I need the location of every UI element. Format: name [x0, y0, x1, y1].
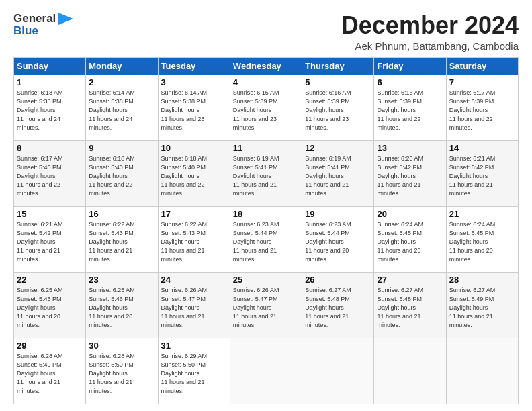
- calendar-week-5: 29Sunrise: 6:28 AMSunset: 5:49 PMDayligh…: [14, 338, 519, 404]
- day-info: Sunrise: 6:13 AMSunset: 5:38 PMDaylight …: [17, 89, 83, 132]
- day-number: 4: [233, 77, 299, 87]
- calendar-table: SundayMondayTuesdayWednesdayThursdayFrid…: [13, 57, 519, 404]
- day-info: Sunrise: 6:24 AMSunset: 5:45 PMDaylight …: [449, 220, 515, 264]
- calendar-cell: 13Sunrise: 6:20 AMSunset: 5:42 PMDayligh…: [374, 140, 446, 206]
- calendar-cell: 22Sunrise: 6:25 AMSunset: 5:46 PMDayligh…: [14, 272, 86, 338]
- day-number: 22: [17, 275, 83, 285]
- calendar-cell: 30Sunrise: 6:28 AMSunset: 5:50 PMDayligh…: [86, 338, 158, 404]
- calendar-header-row: SundayMondayTuesdayWednesdayThursdayFrid…: [14, 57, 519, 75]
- calendar-cell: 26Sunrise: 6:27 AMSunset: 5:48 PMDayligh…: [302, 272, 374, 338]
- calendar-cell: 16Sunrise: 6:22 AMSunset: 5:43 PMDayligh…: [86, 206, 158, 272]
- day-number: 13: [377, 143, 443, 153]
- calendar-cell: 3Sunrise: 6:14 AMSunset: 5:38 PMDaylight…: [158, 75, 230, 140]
- day-info: Sunrise: 6:14 AMSunset: 5:38 PMDaylight …: [161, 89, 227, 132]
- calendar-cell: 14Sunrise: 6:21 AMSunset: 5:42 PMDayligh…: [446, 140, 518, 206]
- day-number: 29: [17, 340, 83, 351]
- calendar-body: 1Sunrise: 6:13 AMSunset: 5:38 PMDaylight…: [14, 75, 519, 404]
- calendar-cell: 10Sunrise: 6:18 AMSunset: 5:40 PMDayligh…: [158, 140, 230, 206]
- calendar-cell: 17Sunrise: 6:22 AMSunset: 5:43 PMDayligh…: [158, 206, 230, 272]
- day-number: 5: [305, 77, 371, 87]
- calendar-page: General Blue December 2024 Aek Phnum, Ba…: [0, 0, 532, 411]
- day-number: 17: [161, 209, 227, 219]
- day-info: Sunrise: 6:20 AMSunset: 5:42 PMDaylight …: [377, 154, 443, 198]
- day-info: Sunrise: 6:29 AMSunset: 5:50 PMDaylight …: [161, 352, 227, 396]
- title-area: December 2024 Aek Phnum, Battambang, Cam…: [341, 12, 519, 52]
- day-info: Sunrise: 6:19 AMSunset: 5:41 PMDaylight …: [305, 154, 371, 198]
- day-number: 30: [89, 340, 154, 351]
- day-number: 2: [89, 77, 154, 87]
- day-info: Sunrise: 6:25 AMSunset: 5:46 PMDaylight …: [17, 286, 83, 330]
- day-number: 6: [377, 77, 443, 87]
- calendar-cell: 23Sunrise: 6:25 AMSunset: 5:46 PMDayligh…: [86, 272, 158, 338]
- calendar-cell: 27Sunrise: 6:27 AMSunset: 5:48 PMDayligh…: [374, 272, 446, 338]
- header-day-thursday: Thursday: [302, 57, 374, 75]
- calendar-cell: 31Sunrise: 6:29 AMSunset: 5:50 PMDayligh…: [158, 338, 230, 404]
- day-number: 14: [449, 143, 515, 153]
- day-info: Sunrise: 6:26 AMSunset: 5:47 PMDaylight …: [233, 286, 299, 330]
- day-number: 28: [449, 275, 515, 285]
- day-info: Sunrise: 6:17 AMSunset: 5:39 PMDaylight …: [449, 89, 515, 132]
- month-title: December 2024: [341, 12, 519, 39]
- day-info: Sunrise: 6:22 AMSunset: 5:43 PMDaylight …: [161, 220, 227, 264]
- day-number: 21: [449, 209, 515, 219]
- day-number: 10: [161, 143, 227, 153]
- header: General Blue December 2024 Aek Phnum, Ba…: [13, 12, 519, 52]
- calendar-cell: 24Sunrise: 6:26 AMSunset: 5:47 PMDayligh…: [158, 272, 230, 338]
- logo-general: General: [13, 12, 56, 26]
- day-info: Sunrise: 6:24 AMSunset: 5:45 PMDaylight …: [377, 220, 443, 264]
- day-number: 25: [233, 275, 299, 285]
- calendar-cell: [374, 338, 446, 404]
- day-number: 27: [377, 275, 443, 285]
- day-info: Sunrise: 6:18 AMSunset: 5:40 PMDaylight …: [161, 154, 227, 198]
- calendar-cell: 29Sunrise: 6:28 AMSunset: 5:49 PMDayligh…: [14, 338, 86, 404]
- day-number: 3: [161, 77, 227, 87]
- calendar-cell: [446, 338, 518, 404]
- day-number: 19: [305, 209, 371, 219]
- calendar-week-1: 1Sunrise: 6:13 AMSunset: 5:38 PMDaylight…: [14, 75, 519, 140]
- day-number: 8: [17, 143, 83, 153]
- day-info: Sunrise: 6:16 AMSunset: 5:39 PMDaylight …: [377, 89, 443, 132]
- day-number: 20: [377, 209, 443, 219]
- header-day-saturday: Saturday: [446, 57, 518, 75]
- day-info: Sunrise: 6:28 AMSunset: 5:49 PMDaylight …: [17, 352, 83, 396]
- calendar-cell: 7Sunrise: 6:17 AMSunset: 5:39 PMDaylight…: [446, 75, 518, 140]
- day-info: Sunrise: 6:27 AMSunset: 5:48 PMDaylight …: [377, 286, 443, 330]
- calendar-cell: [230, 338, 302, 404]
- calendar-cell: 25Sunrise: 6:26 AMSunset: 5:47 PMDayligh…: [230, 272, 302, 338]
- calendar-cell: 2Sunrise: 6:14 AMSunset: 5:38 PMDaylight…: [86, 75, 158, 140]
- day-info: Sunrise: 6:14 AMSunset: 5:38 PMDaylight …: [89, 89, 154, 132]
- day-info: Sunrise: 6:22 AMSunset: 5:43 PMDaylight …: [89, 220, 154, 264]
- day-info: Sunrise: 6:27 AMSunset: 5:49 PMDaylight …: [449, 286, 515, 330]
- day-number: 23: [89, 275, 154, 285]
- day-number: 24: [161, 275, 227, 285]
- header-day-friday: Friday: [374, 57, 446, 75]
- day-number: 31: [161, 340, 227, 351]
- calendar-cell: 21Sunrise: 6:24 AMSunset: 5:45 PMDayligh…: [446, 206, 518, 272]
- day-number: 15: [17, 209, 83, 219]
- calendar-cell: [302, 338, 374, 404]
- day-info: Sunrise: 6:21 AMSunset: 5:42 PMDaylight …: [449, 154, 515, 198]
- calendar-cell: 4Sunrise: 6:15 AMSunset: 5:39 PMDaylight…: [230, 75, 302, 140]
- calendar-week-4: 22Sunrise: 6:25 AMSunset: 5:46 PMDayligh…: [14, 272, 519, 338]
- calendar-week-2: 8Sunrise: 6:17 AMSunset: 5:40 PMDaylight…: [14, 140, 519, 206]
- day-info: Sunrise: 6:17 AMSunset: 5:40 PMDaylight …: [17, 154, 83, 198]
- calendar-cell: 8Sunrise: 6:17 AMSunset: 5:40 PMDaylight…: [14, 140, 86, 206]
- calendar-cell: 6Sunrise: 6:16 AMSunset: 5:39 PMDaylight…: [374, 75, 446, 140]
- calendar-cell: 5Sunrise: 6:16 AMSunset: 5:39 PMDaylight…: [302, 75, 374, 140]
- day-number: 12: [305, 143, 371, 153]
- calendar-cell: 11Sunrise: 6:19 AMSunset: 5:41 PMDayligh…: [230, 140, 302, 206]
- day-info: Sunrise: 6:23 AMSunset: 5:44 PMDaylight …: [233, 220, 299, 264]
- calendar-cell: 20Sunrise: 6:24 AMSunset: 5:45 PMDayligh…: [374, 206, 446, 272]
- day-number: 18: [233, 209, 299, 219]
- header-day-monday: Monday: [86, 57, 158, 75]
- day-info: Sunrise: 6:21 AMSunset: 5:42 PMDaylight …: [17, 220, 83, 264]
- svg-marker-0: [58, 13, 73, 25]
- calendar-cell: 15Sunrise: 6:21 AMSunset: 5:42 PMDayligh…: [14, 206, 86, 272]
- calendar-cell: 9Sunrise: 6:18 AMSunset: 5:40 PMDaylight…: [86, 140, 158, 206]
- day-number: 16: [89, 209, 154, 219]
- calendar-cell: 28Sunrise: 6:27 AMSunset: 5:49 PMDayligh…: [446, 272, 518, 338]
- calendar-week-3: 15Sunrise: 6:21 AMSunset: 5:42 PMDayligh…: [14, 206, 519, 272]
- day-info: Sunrise: 6:26 AMSunset: 5:47 PMDaylight …: [161, 286, 227, 330]
- calendar-cell: 12Sunrise: 6:19 AMSunset: 5:41 PMDayligh…: [302, 140, 374, 206]
- location: Aek Phnum, Battambang, Cambodia: [341, 40, 519, 52]
